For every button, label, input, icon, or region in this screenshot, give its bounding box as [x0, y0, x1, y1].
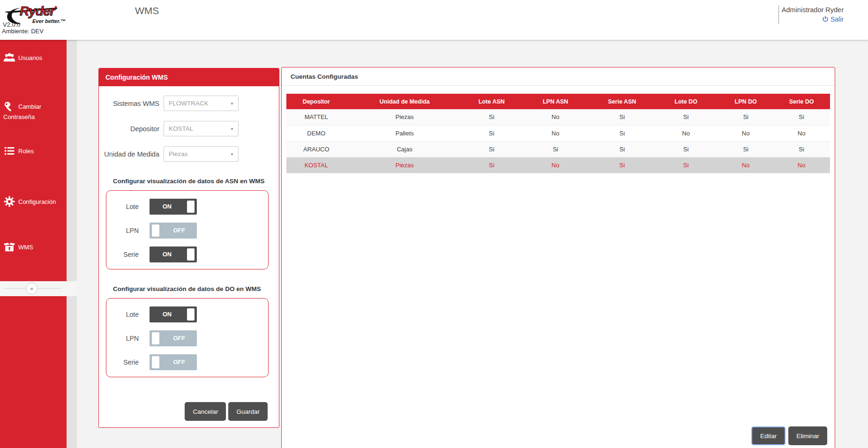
- asn-toggle-group: Lote ON LPN OFF Serie ON: [106, 190, 269, 269]
- table-header-row: Depositor Unidad de Medida Lote ASN LPN …: [286, 94, 830, 109]
- cancel-button[interactable]: Cancelar: [185, 402, 226, 421]
- toggle-label: Lote: [106, 311, 150, 318]
- unidad-medida-select[interactable]: Piezas ▼: [164, 146, 239, 162]
- cell: No: [773, 125, 830, 141]
- cell: Si: [653, 141, 718, 157]
- sidebar-item-cambiar-contrasena[interactable]: Cambiar Contraseña: [0, 101, 67, 121]
- toggle-knob: [152, 332, 159, 344]
- save-button[interactable]: Guardar: [228, 402, 268, 421]
- field-row-sistemas-wms: Sistemas WMS FLOWTRACK ▼: [99, 96, 279, 111]
- column-header: Lote ASN: [463, 94, 520, 109]
- box-icon: [3, 241, 15, 253]
- cell: No: [520, 157, 591, 173]
- cell: Si: [591, 157, 653, 173]
- cell: No: [520, 109, 591, 125]
- delete-button[interactable]: Eliminar: [788, 426, 827, 445]
- ryder-brand-text: Ryder: [20, 4, 54, 19]
- cell: Si: [463, 141, 520, 157]
- column-header: LPN DO: [718, 94, 773, 109]
- toggle-knob: [187, 248, 195, 261]
- select-value: KOSTAL: [164, 121, 238, 136]
- table-row-kostal-selected[interactable]: KOSTAL Piezas Si No Si Si No No: [286, 157, 830, 173]
- sistemas-wms-select[interactable]: FLOWTRACK ▼: [164, 96, 239, 111]
- config-fields: Sistemas WMS FLOWTRACK ▼ Depositor KOSTA…: [99, 86, 279, 162]
- toggle-state-label: ON: [150, 199, 185, 215]
- column-header: LPN ASN: [520, 94, 591, 109]
- toggle-label: LPN: [106, 335, 150, 342]
- column-header: Depositor: [286, 94, 346, 109]
- serie-asn-toggle[interactable]: ON: [150, 246, 197, 262]
- column-header: Lote DO: [653, 94, 718, 109]
- cell: Pallets: [346, 125, 463, 141]
- lote-asn-toggle[interactable]: ON: [150, 199, 197, 215]
- cell: Si: [718, 109, 773, 125]
- toggle-row-lpn-asn: LPN OFF: [106, 223, 268, 239]
- table-row-demo[interactable]: DEMO Pallets Si No Si No No No: [286, 125, 830, 141]
- cell: Cajas: [346, 141, 463, 157]
- chevron-double-left-icon: «: [30, 285, 33, 292]
- toggle-row-serie-asn: Serie ON: [106, 246, 268, 262]
- toggle-knob: [187, 308, 195, 321]
- table-row-mattel[interactable]: MATTEL Piezas Si No Si Si Si Si: [286, 109, 830, 125]
- toggle-row-lote-do: Lote ON: [106, 306, 268, 322]
- cell: No: [520, 125, 591, 141]
- sidebar-item-roles[interactable]: Roles: [0, 145, 67, 157]
- toggle-state-label: ON: [150, 246, 185, 262]
- cell: Si: [463, 125, 520, 141]
- config-wms-panel: Configuración WMS Sistemas WMS FLOWTRACK…: [98, 68, 279, 428]
- user-name: Administrador Ryder: [782, 6, 844, 14]
- lpn-asn-toggle[interactable]: OFF: [150, 223, 197, 239]
- toggle-state-label: ON: [150, 306, 185, 322]
- do-toggle-group: Lote ON LPN OFF Serie OFF: [106, 298, 269, 377]
- column-header: Serie DO: [773, 94, 830, 109]
- chevron-down-icon: ▼: [230, 96, 234, 112]
- chevron-down-icon: ▼: [230, 121, 234, 137]
- ryder-tagline: Ever better.™: [32, 18, 66, 24]
- toggle-state-label: OFF: [162, 223, 197, 239]
- sidebar-item-wms[interactable]: WMS: [0, 241, 67, 253]
- field-label: Unidad de Medida: [99, 150, 164, 158]
- user-area: Administrador Ryder Salir: [782, 6, 844, 23]
- field-row-depositor: Depositor KOSTAL ▼: [99, 121, 279, 136]
- column-header: Unidad de Medida: [346, 94, 463, 109]
- gear-icon: [3, 196, 15, 207]
- depositor-select[interactable]: KOSTAL ▼: [164, 121, 239, 136]
- toggle-row-lpn-do: LPN OFF: [106, 330, 268, 346]
- field-label: Sistemas WMS: [99, 99, 164, 108]
- logout-button[interactable]: Salir: [782, 15, 844, 23]
- lpn-do-toggle[interactable]: OFF: [150, 330, 197, 346]
- cell: No: [718, 157, 773, 173]
- accounts-panel-title: Cuentas Configuradas: [282, 67, 835, 86]
- sidebar-item-label: Configuración: [18, 198, 56, 205]
- config-panel-title: Configuración WMS: [99, 68, 279, 86]
- cell: Si: [653, 109, 718, 125]
- column-header: Serie ASN: [591, 94, 653, 109]
- cell: Si: [463, 109, 520, 125]
- table-row-arauco[interactable]: ARAUCO Cajas Si Si Si Si Si Si: [286, 141, 830, 157]
- cell: No: [718, 125, 773, 141]
- toggle-label: Serie: [106, 358, 150, 366]
- do-section-heading: Configurar visualización de datos de DO …: [113, 285, 279, 292]
- sidebar-item-configuracion[interactable]: Configuración: [0, 196, 67, 207]
- toggle-knob: [152, 224, 159, 237]
- sidebar-collapse-button[interactable]: «: [26, 283, 37, 294]
- accounts-table-wrap: Depositor Unidad de Medida Lote ASN LPN …: [286, 94, 830, 173]
- cell: DEMO: [286, 125, 346, 141]
- sidebar-edge-strip: [67, 40, 77, 448]
- lote-do-toggle[interactable]: ON: [150, 306, 197, 322]
- cell: Si: [773, 141, 830, 157]
- select-value: Piezas: [164, 147, 238, 161]
- toggle-knob: [187, 201, 195, 213]
- edit-button[interactable]: Editar: [751, 426, 786, 445]
- accounts-actions: Editar Eliminar: [751, 426, 827, 445]
- cell: Piezas: [346, 157, 463, 173]
- sidebar-item-usuarios[interactable]: Usuarios: [0, 52, 67, 63]
- toggle-state-label: OFF: [162, 354, 197, 370]
- cell: Si: [591, 109, 653, 125]
- cell: Si: [591, 125, 653, 141]
- cell: Si: [653, 157, 718, 173]
- serie-do-toggle[interactable]: OFF: [150, 354, 197, 370]
- toggle-label: Serie: [106, 251, 150, 258]
- users-icon: [3, 52, 15, 63]
- select-value: FLOWTRACK: [164, 96, 238, 111]
